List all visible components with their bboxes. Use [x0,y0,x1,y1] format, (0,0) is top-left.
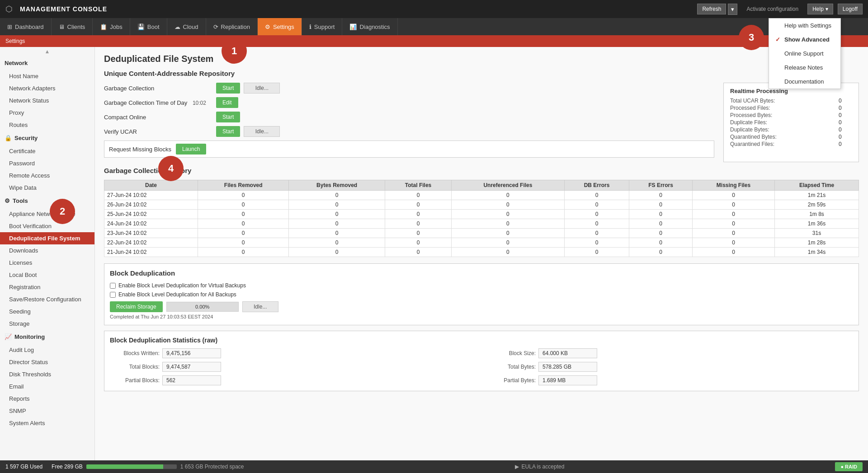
gc-edit-button[interactable]: Edit [216,97,238,108]
gc-label: Garbage Collection [104,85,212,92]
gc-start-button[interactable]: Start [216,83,240,94]
tab-support[interactable]: ℹ Support [302,18,343,35]
verify-status: Idle... [244,126,280,137]
realtime-row-0: Total UCAR Bytes: 0 [730,97,852,104]
sidebar-item-remote-access[interactable]: Remote Access [0,169,94,182]
request-launch-button[interactable]: Launch [176,144,206,155]
help-button[interactable]: Help ▾ [807,4,833,14]
dedup-check1-input[interactable] [110,283,116,289]
realtime-row-3: Duplicate Files: 0 [730,119,852,126]
verify-label: Verify UCAR [104,128,212,135]
cloud-icon: ☁ [175,23,180,30]
table-row: 21-Jun-24 10:0200000001m 34s [104,248,859,257]
sidebar-item-registration[interactable]: Registration [0,281,94,293]
sidebar-item-storage[interactable]: Storage [0,318,94,330]
nav-tabs: ⊞ Dashboard 🖥 Clients 📋 Jobs 💾 Boot ☁ Cl… [0,18,868,35]
request-label: Request Missing Blocks [109,146,171,153]
gc-time-row: Garbage Collection Time of Day 10:02 Edi… [104,97,714,108]
reclaim-progress-text: 0.00% [195,304,209,309]
reclaim-progress-bar: 0.00% [166,302,239,312]
tab-clients[interactable]: 🖥 Clients [52,18,93,35]
sidebar-item-proxy[interactable]: Proxy [0,107,94,119]
dashboard-icon: ⊞ [7,23,12,30]
sidebar-item-reports[interactable]: Reports [0,393,94,405]
sidebar-item-password[interactable]: Password [0,157,94,169]
sidebar-item-snmp[interactable]: SNMP [0,405,94,417]
tab-diagnostics[interactable]: 📊 Diagnostics [342,18,397,35]
compact-label: Compact Online [104,114,212,121]
sidebar-item-network-adapters[interactable]: Network Adapters [0,82,94,94]
release-notes-item[interactable]: Release Notes [769,61,840,75]
verify-start-button[interactable]: Start [216,126,240,137]
documentation-item[interactable]: Documentation [769,75,840,89]
status-progress-fill [86,464,163,469]
network-section-label: Network [5,60,28,66]
stat-total-bytes: Total Bytes: 578.285 GB [486,362,853,372]
realtime-row-1: Processed Files: 0 [730,104,852,112]
ucar-section: Garbage Collection Start Idle... Garbage… [104,83,859,162]
sidebar-section-monitoring[interactable]: 📈 Monitoring [0,330,94,344]
tab-boot[interactable]: 💾 Boot [130,18,167,35]
status-bar: 1 597 GB Used Free 289 GB 1 653 GB Prote… [0,460,868,473]
verify-row: Verify UCAR Start Idle... [104,126,714,137]
sidebar-item-host-name[interactable]: Host Name [0,70,94,82]
support-icon: ℹ [309,23,311,30]
stat-total-blocks: Total Blocks: 9,474,587 [110,362,477,372]
online-support-item[interactable]: Online Support [769,47,840,61]
gc-history-table: Date Files Removed Bytes Removed Total F… [104,180,859,257]
gc-col-files-removed: Files Removed [198,180,289,191]
stats-grid: Blocks Written: 9,475,156 Block Size: 64… [110,348,853,385]
show-advanced-item[interactable]: ✓ Show Advanced [769,33,840,47]
status-eula-area: ▶ EULA is accepted [244,464,835,470]
refresh-button[interactable]: Refresh [697,4,726,14]
top-bar: ⬡ MANAGEMENT CONSOLE Refresh ▾ Activate … [0,0,868,18]
gc-col-unreferenced: Unreferenced Files [452,180,565,191]
tab-dashboard[interactable]: ⊞ Dashboard [0,18,52,35]
sidebar-item-licenses[interactable]: Licenses [0,257,94,269]
sidebar-item-save-restore[interactable]: Save/Restore Configuration [0,293,94,305]
scroll-up-arrow[interactable]: ▲ [0,47,94,56]
sidebar-item-director-status[interactable]: Director Status [0,356,94,368]
tab-replication[interactable]: ⟳ Replication [206,18,258,35]
sidebar-item-certificate[interactable]: Certificate [0,145,94,157]
sidebar-item-seeding[interactable]: Seeding [0,305,94,318]
sidebar-section-security[interactable]: 🔒 Security [0,131,94,145]
compact-start-button[interactable]: Start [216,112,240,122]
tab-cloud[interactable]: ☁ Cloud [167,18,206,35]
help-with-settings-item[interactable]: Help with Settings [769,19,840,33]
sidebar-item-email[interactable]: Email [0,380,94,393]
refresh-arrow[interactable]: ▾ [728,4,737,15]
tab-jobs[interactable]: 📋 Jobs [93,18,130,35]
app-title: MANAGEMENT CONSOLE [20,5,107,13]
status-progress-bar [86,464,177,469]
logo-icon: ⬡ [5,4,13,14]
sidebar-item-network-status[interactable]: Network Status [0,94,94,107]
dedup-check1-label: Enable Block Level Deduplication for Vir… [118,282,246,289]
sidebar-item-dedup-file-system[interactable]: Deduplicated File System [0,232,94,244]
sidebar-item-disk-thresholds[interactable]: Disk Thresholds [0,368,94,380]
sidebar-item-routes[interactable]: Routes [0,119,94,131]
realtime-row-2: Processed Bytes: 0 [730,112,852,119]
sidebar-section-tools[interactable]: ⚙ Tools [0,194,94,208]
jobs-icon: 📋 [100,23,107,30]
logoff-button[interactable]: Logoff [838,4,863,14]
activate-button[interactable]: Activate configuration [742,4,803,14]
badge-4: 4 [158,156,184,181]
sidebar-item-system-alerts[interactable]: System Alerts [0,417,94,429]
sidebar-section-network[interactable]: Network [0,56,94,70]
sidebar-item-audit-log[interactable]: Audit Log [0,344,94,356]
reclaim-button[interactable]: Reclaim Storage [110,301,163,312]
sidebar-item-appliance-network-share[interactable]: Appliance Network Share [0,208,94,220]
dedup-check2-input[interactable] [110,292,116,298]
sidebar-item-boot-verification[interactable]: Boot Verification [0,220,94,232]
stat-blocks-written: Blocks Written: 9,475,156 [110,348,477,358]
sidebar-item-local-boot[interactable]: Local Boot [0,269,94,281]
help-dropdown: Help with Settings ✓ Show Advanced Onlin… [769,18,841,89]
stats-section: Block Deduplication Statistics (raw) Blo… [104,331,859,391]
sidebar-item-wipe-data[interactable]: Wipe Data [0,182,94,194]
dedup-check2-label: Enable Block Level Deduplication for All… [118,291,236,298]
stat-block-size: Block Size: 64.000 KB [486,348,853,358]
gc-status: Idle... [244,83,280,94]
tab-settings[interactable]: ⚙ Settings [258,18,302,35]
sidebar-item-downloads[interactable]: Downloads [0,244,94,257]
